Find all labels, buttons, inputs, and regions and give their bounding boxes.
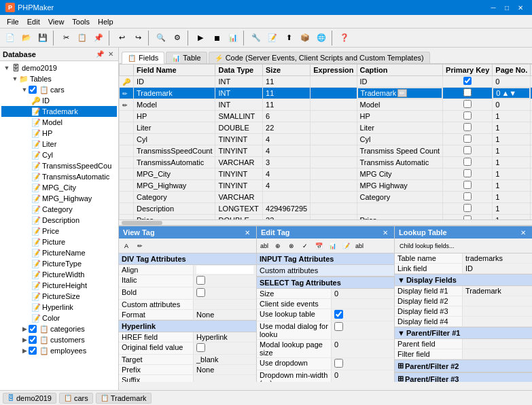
- toolbar-help[interactable]: ❓: [337, 31, 352, 46]
- status-tab-cars[interactable]: 📋 cars: [59, 393, 93, 404]
- tree-employees[interactable]: ▶ 📋 employees: [1, 345, 117, 356]
- prop-align-value[interactable]: [194, 265, 256, 275]
- display-fields-expand[interactable]: ▼: [397, 276, 405, 284]
- tree-root-toggle[interactable]: ▼: [3, 64, 11, 72]
- tree-transmissautomatic[interactable]: 📝TransmissAutomatic: [1, 171, 117, 182]
- page-up-btn[interactable]: ▲: [501, 89, 509, 97]
- toolbar-settings[interactable]: ⚙: [170, 31, 185, 46]
- tree-picturetype[interactable]: 📝PictureType: [1, 258, 117, 269]
- tree-picturename[interactable]: 📝PictureName: [1, 247, 117, 258]
- edit-tag-btn2[interactable]: ⊕: [272, 241, 284, 251]
- tree-cars-toggle[interactable]: ▼: [20, 86, 29, 94]
- parent-filter-3-expand[interactable]: ⊞: [397, 374, 404, 382]
- customers-checkbox[interactable]: [29, 336, 37, 344]
- tree-picture[interactable]: 📝Picture: [1, 236, 117, 247]
- use-lookup-checkbox[interactable]: [334, 310, 343, 319]
- table-scroll-bar[interactable]: [119, 220, 532, 226]
- cars-checkbox[interactable]: [29, 86, 37, 94]
- toolbar-search[interactable]: 🔍: [154, 31, 169, 46]
- categories-checkbox[interactable]: [29, 325, 37, 333]
- toolbar-open[interactable]: 📂: [19, 31, 34, 46]
- tree-categories-toggle[interactable]: ▶: [20, 325, 29, 333]
- tree-liter[interactable]: 📝Liter: [1, 139, 117, 149]
- tree-mpg-highway[interactable]: 📝MPG_Highway: [1, 193, 117, 204]
- minimize-btn[interactable]: ─: [487, 3, 499, 12]
- table-row[interactable]: MPG_Highway TINYINT 4 MPG Highway 1: [120, 180, 533, 192]
- modal-dialog-checkbox[interactable]: [334, 322, 343, 331]
- menu-tools[interactable]: Tools: [68, 16, 94, 27]
- tree-description[interactable]: 📝Description: [1, 215, 117, 226]
- toolbar-new[interactable]: 📄: [3, 31, 18, 46]
- toolbar-web[interactable]: 🌐: [314, 31, 329, 46]
- tree-category[interactable]: 📝Category: [1, 204, 117, 215]
- prop-orig-cb[interactable]: [196, 343, 205, 352]
- prop-client-events-value[interactable]: [332, 299, 394, 309]
- menu-help[interactable]: Help: [94, 16, 118, 27]
- toolbar-upload[interactable]: ⬆: [281, 31, 296, 46]
- lookup-table-close[interactable]: ✕: [518, 228, 528, 237]
- tree-picturesize[interactable]: 📝PictureSize: [1, 291, 117, 302]
- tree-mpg-city[interactable]: 📝MPG_City: [1, 182, 117, 193]
- status-tab-demo[interactable]: 🗄 demo2019: [3, 393, 56, 404]
- toolbar-undo[interactable]: ↩: [114, 31, 129, 46]
- tree-cyl[interactable]: 📝Cyl: [1, 149, 117, 160]
- parent-filter-1-expand[interactable]: ▼: [397, 329, 405, 337]
- view-tag-add-btn[interactable]: A: [120, 241, 132, 251]
- tree-model[interactable]: 📝Model: [1, 117, 117, 128]
- toolbar-copy[interactable]: 📋: [75, 31, 90, 46]
- tree-hp[interactable]: 📝HP: [1, 128, 117, 139]
- tree-trademark[interactable]: 📝 Trademark: [1, 106, 117, 117]
- toolbar-redo[interactable]: ↪: [130, 31, 145, 46]
- tree-transmissspeedcou[interactable]: 📝TransmissSpeedCou: [1, 160, 117, 171]
- prop-display-4-value[interactable]: [463, 317, 532, 326]
- status-tab-trademark[interactable]: 📋 Trademark: [96, 393, 152, 404]
- tree-pictureheight[interactable]: 📝PictureHeight: [1, 280, 117, 291]
- employees-checkbox[interactable]: [29, 347, 37, 355]
- toolbar-chart[interactable]: 📊: [226, 31, 241, 46]
- toolbar-tools[interactable]: 🔧: [249, 31, 264, 46]
- edit-tag-close[interactable]: ✕: [380, 228, 390, 237]
- prop-display-3-value[interactable]: [463, 306, 532, 316]
- table-row[interactable]: Liter DOUBLE 22 Liter 1: [120, 122, 533, 134]
- view-tag-close[interactable]: ✕: [243, 228, 252, 237]
- tree-categories[interactable]: ▶ 📋 categories: [1, 323, 117, 334]
- toolbar-stop[interactable]: ⏹: [209, 31, 224, 46]
- table-row[interactable]: Category VARCHAR Category 1: [120, 192, 533, 203]
- tree-root[interactable]: ▼ 🗄 demo2019: [1, 63, 117, 73]
- view-tag-edit-btn[interactable]: ✏: [134, 241, 146, 251]
- prop-italic-cb[interactable]: [196, 276, 205, 285]
- toolbar-notes[interactable]: 📝: [265, 31, 280, 46]
- table-row[interactable]: HP SMALLINT 6 HP 1: [120, 111, 533, 122]
- table-row[interactable]: MPG_City TINYINT 4 MPG City 1: [120, 169, 533, 180]
- maximize-btn[interactable]: □: [501, 3, 513, 12]
- toolbar-save[interactable]: 💾: [35, 31, 50, 46]
- tree-customers[interactable]: ▶ 📋 customers: [1, 334, 117, 345]
- tree-picturewidth[interactable]: 📝PictureWidth: [1, 269, 117, 280]
- prop-filter-field-value[interactable]: [463, 349, 532, 359]
- edit-tag-btn3[interactable]: ⊗: [285, 241, 298, 251]
- table-row[interactable]: Price DOUBLE 22 Price 1: [120, 215, 533, 221]
- menu-file[interactable]: File: [3, 16, 23, 27]
- table-row[interactable]: ✏ Model INT 11 Model 0: [120, 99, 533, 111]
- tree-tables-toggle[interactable]: ▼: [11, 75, 19, 83]
- edit-tag-btn1[interactable]: abl: [258, 241, 270, 251]
- menu-edit[interactable]: Edit: [23, 16, 44, 27]
- prop-parent-field-value[interactable]: [463, 339, 532, 349]
- table-row[interactable]: 🔑 ID INT 11 ID 0: [120, 76, 533, 88]
- table-row[interactable]: Cyl TINYINT 4 Cyl 1: [120, 134, 533, 145]
- tab-table[interactable]: 📊 Table: [166, 52, 207, 63]
- table-row[interactable]: ✏ Trademark INT 11 Trademark ✏ 0 ▲▼: [120, 88, 533, 99]
- menu-view[interactable]: View: [44, 16, 69, 27]
- tree-id[interactable]: 🔑 ID: [1, 95, 117, 106]
- table-row[interactable]: Description LONGTEXT 4294967295 1: [120, 203, 533, 215]
- edit-tag-btn4[interactable]: ✓: [299, 241, 311, 251]
- tree-employees-toggle[interactable]: ▶: [20, 347, 29, 355]
- tree-tables[interactable]: ▼ 📁 Tables: [1, 73, 117, 84]
- tree-hyperlink[interactable]: 📝Hyperlink: [1, 302, 117, 313]
- toolbar-cut[interactable]: ✂: [58, 31, 73, 46]
- edit-tag-btn6[interactable]: 📊: [326, 241, 338, 251]
- prop-suffix-value[interactable]: [194, 375, 256, 382]
- tree-cars[interactable]: ▼ 📋 cars: [1, 84, 117, 95]
- tab-code[interactable]: ⚡ Code (Server Events, Client Scripts an…: [209, 52, 430, 63]
- table-scroll-thumb[interactable]: [122, 221, 162, 225]
